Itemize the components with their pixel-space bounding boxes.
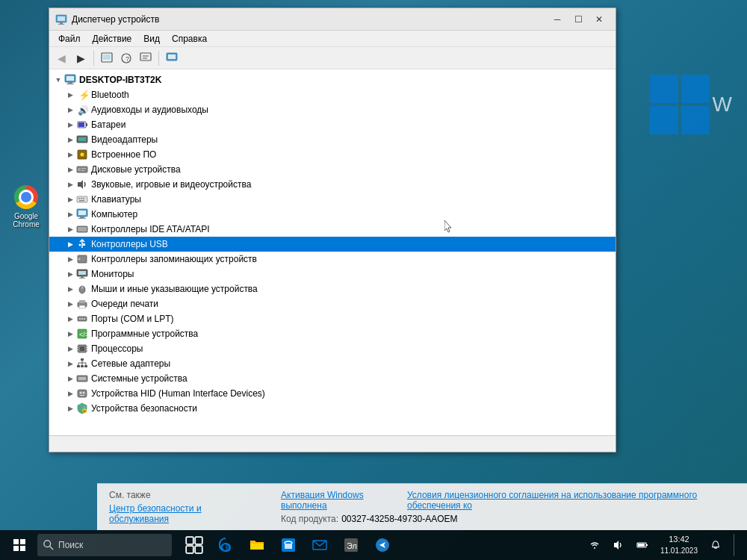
taskbar-edge[interactable] (211, 530, 241, 560)
tree-item-video[interactable]: Видеоадаптеры (49, 132, 616, 147)
tree-item-cpu[interactable]: Процессоры (49, 341, 616, 356)
tray-volume-icon[interactable] (610, 536, 627, 554)
tree-item-battery[interactable]: Батареи (49, 117, 616, 132)
forward-button[interactable]: ▶ (72, 49, 90, 67)
menu-bar: Файл Действие Вид Справка (49, 31, 616, 47)
expand-video[interactable] (64, 134, 76, 146)
firmware-icon (76, 149, 88, 161)
expand-keyboard[interactable] (64, 193, 76, 205)
tree-item-storage[interactable]: Контроллеры запоминающих устройств (49, 252, 616, 267)
menu-help[interactable]: Справка (166, 32, 213, 46)
start-button[interactable] (3, 530, 36, 560)
expand-firmware[interactable] (64, 149, 76, 161)
taskbar-task-view[interactable] (179, 530, 209, 560)
expand-ide[interactable] (64, 223, 76, 235)
activation-link[interactable]: Активация Windows выполнена (281, 490, 401, 511)
license-link[interactable]: Условия лицензионного соглашения на испо… (407, 490, 735, 511)
menu-file[interactable]: Файл (52, 32, 87, 46)
product-code-value: 00327-43258-49730-AAOEM (341, 514, 457, 524)
toolbar-btn-monitor[interactable] (163, 49, 181, 67)
expand-battery[interactable] (64, 119, 76, 131)
title-bar: Диспетчер устройств ─ ☐ ✕ (49, 8, 616, 31)
expand-monitor[interactable] (64, 268, 76, 280)
title-bar-buttons: ─ ☐ ✕ (547, 9, 610, 30)
expand-hid[interactable] (64, 388, 76, 399)
tree-item-sound[interactable]: Звуковые, игровые и видеоустройства (49, 177, 616, 192)
tree-item-computer[interactable]: Компьютер (49, 207, 616, 222)
tree-item-hid[interactable]: Устройства HID (Human Interface Devices) (49, 386, 616, 401)
storage-icon (76, 253, 88, 265)
expand-mouse[interactable] (64, 283, 76, 295)
taskbar-mail[interactable] (305, 530, 335, 560)
toolbar-btn-3[interactable] (98, 49, 116, 67)
back-button[interactable]: ◀ (52, 49, 70, 67)
expand-software[interactable] (64, 328, 76, 340)
tray-network-icon[interactable] (586, 536, 604, 554)
expand-computer[interactable] (64, 208, 76, 220)
label-ports: Порты (COM и LPT) (91, 314, 174, 324)
expand-system[interactable] (64, 373, 76, 385)
tree-item-disk[interactable]: Дисковые устройства (49, 162, 616, 177)
tree-item-network[interactable]: Сетевые адаптеры (49, 356, 616, 371)
maximize-button[interactable]: ☐ (568, 9, 589, 30)
desktop-icon-chrome[interactable]: Google Chrome (0, 179, 52, 234)
label-cpu: Процессоры (91, 343, 143, 354)
tray-battery-icon[interactable] (633, 536, 651, 554)
tree-item-monitor[interactable]: Мониторы (49, 267, 616, 281)
taskbar-search[interactable]: Поиск (37, 534, 172, 556)
svg-rect-100 (638, 544, 645, 547)
tree-item-mouse[interactable]: Мыши и иные указывающие устройства (49, 281, 616, 296)
expand-sound[interactable] (64, 178, 76, 190)
notification-button[interactable] (707, 536, 725, 554)
security-center-link[interactable]: Центр безопасности и обслуживания (109, 503, 251, 524)
taskbar-app-misc[interactable]: Эл (336, 530, 366, 560)
toolbar-btn-5[interactable] (137, 49, 155, 67)
expand-bluetooth[interactable] (64, 89, 76, 101)
expand-ports[interactable] (64, 313, 76, 325)
menu-view[interactable]: Вид (137, 32, 166, 46)
close-button[interactable]: ✕ (589, 9, 610, 30)
taskbar-app-arrow[interactable] (368, 530, 397, 560)
tree-item-print[interactable]: Очереди печати (49, 296, 616, 311)
tree-item-system[interactable]: Системные устройства (49, 371, 616, 386)
expand-network[interactable] (64, 358, 76, 370)
menu-action[interactable]: Действие (87, 32, 138, 46)
expand-cpu[interactable] (64, 343, 76, 355)
expand-print[interactable] (64, 298, 76, 310)
expand-security[interactable] (64, 402, 76, 414)
expand-audio[interactable] (64, 104, 76, 116)
taskbar-clock[interactable]: 13:42 11.01.2023 (657, 534, 701, 556)
tree-root[interactable]: DESKTOP-IBT3T2K (49, 72, 616, 87)
tree-item-keyboard[interactable]: Клавиатуры (49, 192, 616, 207)
expand-usb[interactable] (64, 238, 76, 250)
svg-rect-80 (78, 390, 87, 397)
tree-item-ide[interactable]: Контроллеры IDE ATA/ATAPI (49, 222, 616, 237)
tree-item-usb[interactable]: Контроллеры USB (49, 237, 616, 252)
tree-item-bluetooth[interactable]: ⚡ Bluetooth (49, 87, 616, 102)
svg-text:</>: </> (79, 331, 88, 338)
tree-item-security[interactable]: 🔒 Устройства безопасности (49, 401, 616, 416)
taskbar-explorer[interactable] (242, 530, 272, 560)
show-desktop-button[interactable] (734, 534, 738, 556)
tree-item-software[interactable]: </> Программные устройства (49, 326, 616, 341)
minimize-button[interactable]: ─ (547, 9, 568, 30)
expand-disk[interactable] (64, 164, 76, 175)
svg-point-81 (80, 392, 82, 394)
svg-marker-97 (614, 541, 619, 550)
tree-panel[interactable]: DESKTOP-IBT3T2K ⚡ Bluetooth 🔊 (49, 69, 616, 435)
svg-rect-47 (78, 271, 86, 275)
svg-rect-14 (66, 76, 74, 81)
root-label: DESKTOP-IBT3T2K (79, 75, 161, 85)
tree-item-firmware[interactable]: Встроенное ПО (49, 147, 616, 162)
svg-rect-91 (250, 544, 264, 550)
tree-item-ports[interactable]: Порты (COM и LPT) (49, 311, 616, 326)
toolbar-btn-4[interactable]: ? (117, 49, 135, 67)
expand-storage[interactable] (64, 253, 76, 265)
taskbar-tray: 13:42 11.01.2023 (586, 534, 744, 556)
tree-item-audio[interactable]: 🔊 Аудиовходы и аудиовыходы (49, 102, 616, 117)
svg-text:?: ? (125, 55, 129, 63)
ide-icon (76, 223, 88, 235)
taskbar-store[interactable] (273, 530, 303, 560)
root-expand-icon[interactable] (52, 74, 64, 86)
svg-rect-43 (83, 243, 85, 246)
